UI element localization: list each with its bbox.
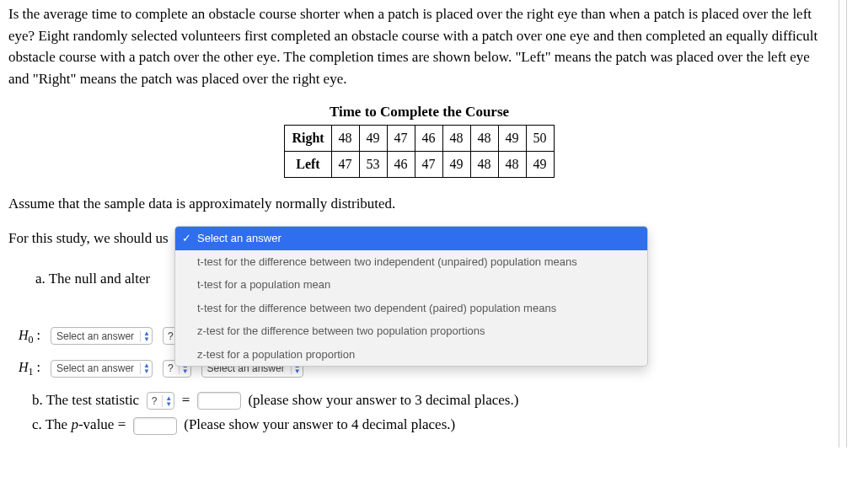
table-row: Right 48 49 47 46 48 48 49 50 <box>285 125 554 151</box>
test-stat-symbol-select[interactable]: ? ▲▼ <box>147 392 175 410</box>
part-a-label: a. The null and alter <box>35 268 150 290</box>
stepper-icon: ▲▼ <box>162 395 172 407</box>
data-table: Right 48 49 47 46 48 48 49 50 Left 47 53… <box>284 125 554 178</box>
table-row: Left 47 53 46 47 49 48 48 49 <box>285 151 554 177</box>
dropdown-option[interactable]: z-test for the difference between two po… <box>175 319 647 343</box>
row-label-right: Right <box>285 125 331 151</box>
dropdown-option[interactable]: t-test for the difference between two in… <box>175 250 647 274</box>
part-b: b. The test statistic ? ▲▼ = (please sho… <box>32 389 830 411</box>
page-border <box>839 0 863 448</box>
dropdown-option-selected[interactable]: ✓ Select an answer <box>175 227 647 250</box>
assumption-text: Assume that the sample data is approxima… <box>8 193 830 215</box>
stepper-icon: ▲▼ <box>140 330 150 342</box>
study-type-prompt: For this study, we should us <box>8 230 169 246</box>
dropdown-option[interactable]: z-test for a population proportion <box>175 343 647 367</box>
dropdown-option[interactable]: t-test for the difference between two de… <box>175 297 647 320</box>
test-statistic-input[interactable] <box>197 392 241 410</box>
h1-left-select[interactable]: Select an answer ▲▼ <box>51 360 153 378</box>
stepper-icon: ▲▼ <box>140 362 150 374</box>
table-title: Time to Complete the Course <box>8 101 830 123</box>
p-value-input[interactable] <box>133 417 177 435</box>
dropdown-option[interactable]: t-test for a population mean <box>175 273 647 297</box>
row-label-left: Left <box>285 151 331 177</box>
part-c: c. The p-value = (Please show your answe… <box>32 414 830 436</box>
question-text: Is the average time to complete an obsta… <box>8 3 830 89</box>
h0-left-select[interactable]: Select an answer ▲▼ <box>51 327 153 345</box>
check-icon: ✓ <box>182 230 191 247</box>
study-type-dropdown[interactable]: ✓ Select an answer t-test for the differ… <box>174 226 648 367</box>
